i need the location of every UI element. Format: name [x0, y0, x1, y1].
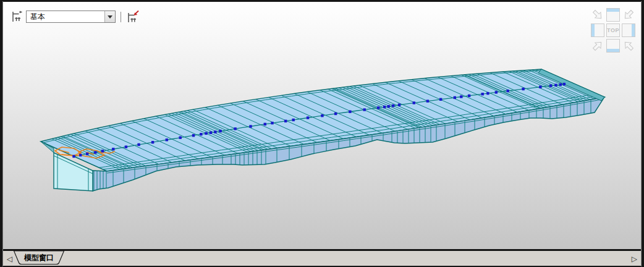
- named-plane-toolbar: 基本: [10, 9, 140, 25]
- front-view-button[interactable]: [606, 8, 620, 22]
- node: [210, 132, 212, 134]
- node: [377, 106, 379, 109]
- view-orientation-control: TOP: [591, 8, 635, 53]
- model-canvas[interactable]: [3, 2, 641, 249]
- top-view-label: TOP: [607, 24, 619, 36]
- node: [413, 101, 415, 104]
- node: [137, 143, 140, 146]
- model-viewport[interactable]: 基本: [3, 2, 641, 249]
- node: [179, 137, 182, 139]
- node: [439, 98, 442, 101]
- node: [219, 130, 221, 132]
- node: [166, 138, 168, 141]
- named-plane-combo[interactable]: 基本: [26, 11, 116, 23]
- arrow-up-right-icon: [591, 39, 604, 53]
- node: [284, 120, 287, 122]
- top-view-button[interactable]: TOP: [606, 23, 620, 37]
- right-view-button[interactable]: [622, 23, 635, 37]
- node: [388, 105, 390, 108]
- toolbar-separator: [121, 12, 121, 22]
- node: [151, 141, 154, 143]
- node: [271, 122, 273, 124]
- rotate-view-down-left-button[interactable]: [622, 8, 635, 22]
- node: [205, 132, 207, 135]
- node: [549, 85, 552, 87]
- model-window-client: 基本: [3, 2, 641, 266]
- node: [426, 100, 429, 102]
- node: [392, 104, 394, 107]
- node: [94, 151, 96, 153]
- node: [522, 88, 524, 90]
- model-window-frame: 基本: [0, 0, 644, 267]
- node: [349, 111, 351, 113]
- rotate-view-up-left-button[interactable]: [622, 39, 635, 53]
- chevron-down-icon[interactable]: [104, 11, 115, 22]
- node: [125, 146, 127, 148]
- node: [264, 123, 266, 125]
- arrow-up-left-icon: [622, 39, 635, 53]
- node: [486, 92, 489, 95]
- node: [468, 95, 470, 97]
- node: [200, 133, 202, 135]
- node: [363, 108, 366, 111]
- node: [292, 119, 295, 121]
- node: [554, 84, 557, 87]
- node: [321, 114, 323, 117]
- node: [563, 83, 566, 85]
- bridge-deck-top-surface: [41, 69, 604, 171]
- left-view-button[interactable]: [591, 23, 604, 37]
- node: [101, 150, 104, 152]
- node: [460, 95, 462, 98]
- node: [334, 112, 337, 115]
- node: [234, 127, 236, 130]
- named-plane-apply-icon[interactable]: [125, 9, 140, 24]
- node: [495, 91, 498, 93]
- node: [559, 83, 562, 86]
- named-plane-icon[interactable]: [10, 9, 25, 24]
- node: [539, 86, 541, 88]
- node: [481, 93, 484, 95]
- node: [454, 96, 456, 99]
- node: [112, 148, 114, 150]
- tab-scroll-right-button[interactable]: ▷: [632, 255, 637, 263]
- node: [192, 134, 195, 137]
- node: [86, 153, 88, 155]
- rotate-view-down-right-button[interactable]: [591, 8, 604, 22]
- arrow-down-left-icon: [622, 8, 635, 22]
- node: [383, 106, 386, 108]
- arrow-down-right-icon: [591, 8, 604, 22]
- tab-scroll-left-button[interactable]: ◁: [7, 255, 12, 263]
- bottom-view-button[interactable]: [606, 39, 620, 53]
- red-arrow-overlay: [134, 11, 138, 15]
- window-tab-bar: ◁ 模型窗口 ▷: [3, 249, 641, 266]
- node: [72, 155, 75, 158]
- node: [79, 154, 82, 156]
- node: [249, 125, 252, 127]
- node: [307, 116, 309, 119]
- named-plane-combo-value: 基本: [27, 11, 104, 22]
- node: [214, 130, 216, 133]
- tab-model-window[interactable]: 模型窗口: [14, 251, 64, 265]
- node: [398, 104, 400, 106]
- tab-model-window-label: 模型窗口: [14, 253, 64, 263]
- node: [507, 90, 509, 92]
- rotate-view-up-right-button[interactable]: [591, 39, 604, 53]
